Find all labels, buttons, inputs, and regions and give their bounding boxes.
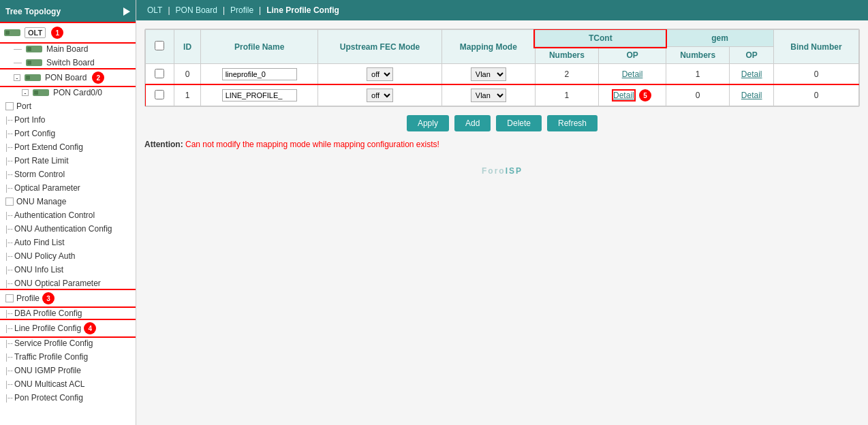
port-config-label: Port Config (14, 129, 55, 138)
onu-manage-check (5, 198, 14, 206)
sidebar-item-onu-info-list[interactable]: |-- ONU Info List (0, 263, 136, 277)
onu-igmp-profile-label: ONU IGMP Profile (14, 366, 81, 375)
sidebar-item-onu-auth-config[interactable]: |-- ONU Authentication Config (0, 222, 136, 236)
sidebar-item-onu-policy-auth[interactable]: |-- ONU Policy Auth (0, 249, 136, 263)
main-board-item[interactable]: — Main Board (0, 42, 136, 56)
row0-mapping-mode-select[interactable]: VlanGEM (471, 67, 506, 81)
row0-gem-numbers: 1 (666, 64, 729, 85)
th-gem-op: OP (730, 47, 774, 64)
pon-card-item[interactable]: - PON Card0/0 (0, 86, 136, 99)
sidebar-item-service-profile[interactable]: |-- Service Profile Config (0, 336, 136, 350)
breadcrumb: OLT | PON Board | Profile | Line Profile… (136, 0, 868, 20)
th-tcont-op: OP (599, 47, 666, 64)
row0-gem-detail-button[interactable]: Detail (741, 69, 762, 79)
row1-tcont-detail-button[interactable]: Detail (613, 91, 634, 100)
port-info-label: Port Info (14, 115, 45, 125)
pon-board-expand[interactable]: - (14, 74, 20, 81)
row1-mapping-mode-select[interactable]: VlanGEM (471, 89, 506, 102)
th-id: ID (174, 30, 200, 64)
row0-id: 0 (174, 64, 200, 85)
breadcrumb-pon-board[interactable]: PON Board (176, 5, 217, 15)
row1-tcont-op: Detail 5 (599, 85, 666, 106)
apply-button[interactable]: Apply (407, 115, 449, 131)
sidebar-item-onu-multicast-acl[interactable]: |-- ONU Multicast ACL (0, 377, 136, 391)
port-section[interactable]: Port (0, 99, 136, 113)
watermark-isp: ISP (506, 166, 523, 176)
onu-manage-label: ONU Manage (16, 197, 66, 206)
delete-button[interactable]: Delete (496, 115, 542, 131)
add-button[interactable]: Add (454, 115, 491, 131)
optical-parameter-label: Optical Parameter (14, 183, 80, 193)
sidebar-item-pon-protect-config[interactable]: |-- Pon Protect Config (0, 391, 136, 405)
sidebar-item-port-rate-limit[interactable]: |-- Port Rate Limit (0, 154, 136, 168)
table-wrapper: ID Profile Name Upstream FEC Mode Mappin… (144, 29, 860, 107)
collapse-sidebar-button[interactable] (123, 7, 130, 16)
line-profile-table: ID Profile Name Upstream FEC Mode Mappin… (145, 29, 859, 106)
select-all-checkbox[interactable] (155, 41, 164, 50)
pon-board-icon (25, 74, 41, 81)
sidebar-item-port-info[interactable]: |-- Port Info (0, 113, 136, 127)
olt-row[interactable]: OLT 1 (0, 23, 136, 42)
sidebar-item-auto-find-list[interactable]: |-- Auto Find List (0, 236, 136, 249)
sidebar: Tree Topology OLT 1 — Main Board — Switc… (0, 0, 136, 425)
row1-profile-name-input[interactable] (222, 89, 297, 101)
sidebar-item-traffic-profile[interactable]: |-- Traffic Profile Config (0, 350, 136, 364)
onu-manage-section[interactable]: ONU Manage (0, 195, 136, 208)
port-rate-limit-label: Port Rate Limit (14, 156, 68, 166)
row1-bind-number: 0 (773, 85, 858, 106)
breadcrumb-profile[interactable]: Profile (230, 5, 253, 15)
sidebar-item-line-profile[interactable]: |-- Line Profile Config 4 (0, 320, 136, 336)
attention-text: Attention: Can not modify the mapping mo… (144, 140, 860, 149)
pon-board-item[interactable]: - PON Board 2 (0, 69, 136, 86)
refresh-button[interactable]: Refresh (547, 115, 598, 131)
row0-tcont-op: Detail (599, 64, 666, 85)
row0-mapping-mode: VlanGEM (441, 64, 535, 85)
row0-profile-name-input[interactable] (222, 68, 297, 80)
row1-gem-op: Detail (730, 85, 774, 106)
profile-section[interactable]: Profile 3 (0, 290, 136, 306)
auth-control-label: Authentication Control (14, 210, 95, 220)
row1-mapping-mode: VlanGEM (441, 85, 535, 106)
main-board-label: Main Board (46, 44, 88, 54)
row1-upstream-fec: offon (318, 85, 442, 106)
th-checkbox (146, 30, 174, 64)
sidebar-item-onu-optical-parameter[interactable]: |-- ONU Optical Parameter (0, 277, 136, 290)
sidebar-item-storm-control[interactable]: |-- Storm Control (0, 168, 136, 181)
watermark-foro: Foro (482, 166, 506, 176)
th-mapping-mode: Mapping Mode (441, 30, 535, 64)
pon-protect-config-label: Pon Protect Config (14, 393, 83, 403)
th-upstream-fec: Upstream FEC Mode (318, 30, 442, 64)
table-row: 0 offon VlanGEM (146, 64, 859, 85)
switch-board-item[interactable]: — Switch Board (0, 56, 136, 69)
badge-5: 5 (639, 89, 651, 101)
sidebar-item-onu-igmp-profile[interactable]: |-- ONU IGMP Profile (0, 364, 136, 377)
content-area: ID Profile Name Upstream FEC Mode Mappin… (136, 20, 868, 425)
row1-checkbox[interactable] (155, 90, 164, 99)
breadcrumb-olt[interactable]: OLT (147, 5, 162, 15)
pon-card-expand[interactable]: - (22, 89, 29, 96)
profile-section-label: Profile (16, 294, 40, 303)
onu-policy-auth-label: ONU Policy Auth (14, 251, 75, 261)
th-bind-number: Bind Number (773, 30, 858, 64)
th-profile-name: Profile Name (201, 30, 318, 64)
pon-card-icon (33, 89, 49, 96)
onu-auth-config-label: ONU Authentication Config (14, 224, 112, 234)
row0-upstream-fec-select[interactable]: offon (367, 67, 393, 81)
port-section-label: Port (16, 101, 31, 111)
sidebar-item-dba-profile[interactable]: |-- DBA Profile Config (0, 306, 136, 320)
sidebar-item-auth-control[interactable]: |-- Authentication Control (0, 208, 136, 222)
row0-tcont-detail-button[interactable]: Detail (622, 69, 643, 79)
row1-gem-detail-button[interactable]: Detail (741, 91, 762, 100)
row0-gem-op: Detail (730, 64, 774, 85)
sidebar-item-port-extend-config[interactable]: |-- Port Extend Config (0, 140, 136, 154)
row0-bind-number: 0 (773, 64, 858, 85)
main-content: OLT | PON Board | Profile | Line Profile… (136, 0, 868, 425)
pon-card-label: PON Card0/0 (53, 88, 102, 97)
sidebar-item-optical-parameter[interactable]: |-- Optical Parameter (0, 181, 136, 195)
row1-upstream-fec-select[interactable]: offon (367, 89, 393, 102)
attention-message: Can not modify the mapping mode while ma… (185, 140, 439, 149)
sidebar-item-port-config[interactable]: |-- Port Config (0, 127, 136, 140)
dba-profile-label: DBA Profile Config (14, 309, 82, 318)
row0-checkbox[interactable] (155, 69, 164, 78)
sidebar-header: Tree Topology (0, 0, 136, 23)
